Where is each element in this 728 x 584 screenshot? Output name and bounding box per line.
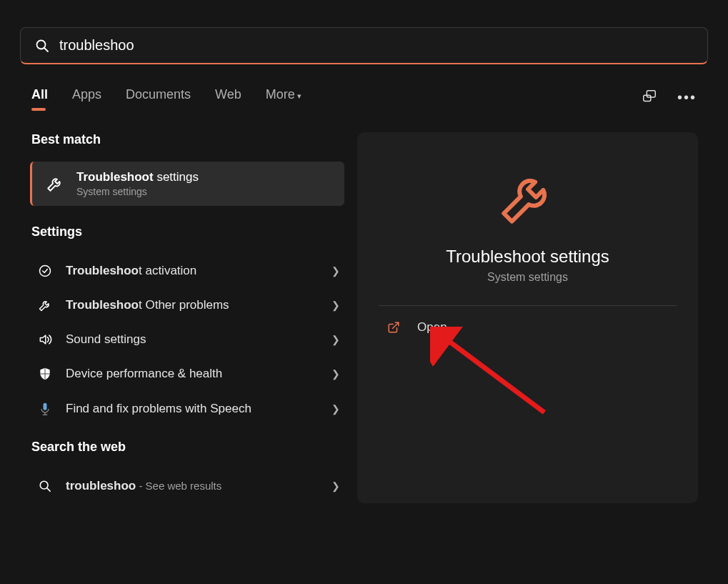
chevron-right-icon: ❯: [331, 300, 340, 311]
wrench-icon: [44, 174, 66, 193]
chevron-right-icon: ❯: [331, 480, 340, 492]
annotation-arrow: [430, 327, 559, 427]
open-label: Open: [417, 320, 447, 335]
chevron-right-icon: ❯: [331, 403, 340, 415]
chevron-right-icon: ❯: [331, 265, 340, 277]
svg-line-11: [47, 488, 50, 491]
section-search-web: Search the web: [30, 440, 344, 455]
tab-all[interactable]: All: [31, 87, 48, 108]
open-external-icon: [384, 321, 403, 334]
search-bar[interactable]: [20, 27, 708, 64]
open-action[interactable]: Open: [379, 306, 677, 335]
wrench-icon: [36, 298, 54, 312]
result-speech-problems[interactable]: Find and fix problems with Speech ❯: [30, 391, 344, 427]
result-troubleshoot-other[interactable]: Troubleshoot Other problems ❯: [30, 288, 344, 322]
result-sound-settings[interactable]: Sound settings ❯: [30, 322, 344, 357]
best-match-subtitle: System settings: [76, 186, 199, 197]
more-options-icon[interactable]: •••: [677, 89, 697, 106]
preview-title: Troubleshoot settings: [446, 247, 609, 267]
search-input[interactable]: [59, 37, 693, 54]
chevron-right-icon: ❯: [331, 334, 340, 345]
best-match-title: Troubleshoot settings: [76, 170, 199, 184]
chevron-down-icon: ▾: [297, 91, 301, 100]
svg-point-0: [37, 40, 46, 49]
preview-panel: Troubleshoot settings System settings Op…: [357, 132, 698, 503]
svg-line-13: [443, 337, 544, 412]
tab-documents[interactable]: Documents: [126, 87, 191, 108]
section-best-match: Best match: [30, 132, 344, 147]
svg-rect-7: [44, 403, 47, 410]
svg-rect-6: [40, 374, 49, 375]
feedback-icon[interactable]: [642, 89, 657, 107]
shield-icon: [36, 367, 54, 381]
best-match-item[interactable]: Troubleshoot settings System settings: [30, 162, 344, 206]
svg-point-4: [40, 266, 51, 277]
wrench-icon: [496, 165, 560, 232]
tab-apps[interactable]: Apps: [72, 87, 101, 108]
preview-subtitle: System settings: [487, 271, 568, 284]
result-web-search[interactable]: troubleshoo - See web results ❯: [30, 469, 344, 503]
svg-line-1: [45, 48, 49, 51]
search-icon: [36, 480, 54, 493]
result-troubleshoot-activation[interactable]: Troubleshoot activation ❯: [30, 254, 344, 288]
tab-more[interactable]: More▾: [266, 87, 301, 108]
svg-line-12: [393, 322, 399, 328]
microphone-icon: [36, 401, 54, 417]
speaker-icon: [36, 332, 54, 347]
search-icon: [35, 39, 49, 53]
section-settings: Settings: [30, 224, 344, 239]
result-device-performance[interactable]: Device performance & health ❯: [30, 357, 344, 391]
check-circle-icon: [36, 264, 54, 278]
svg-point-10: [40, 481, 48, 489]
tab-web[interactable]: Web: [215, 87, 241, 108]
chevron-right-icon: ❯: [331, 368, 340, 380]
